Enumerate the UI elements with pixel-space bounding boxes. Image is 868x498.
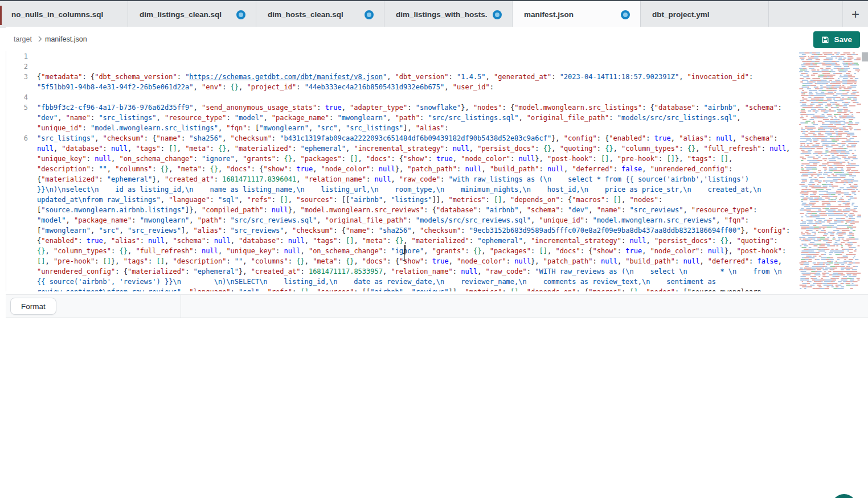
unsaved-changes-dot-icon (236, 10, 245, 19)
code-line-row: 3 {"metadata": {"dbt_schema_version": "h… (6, 72, 792, 92)
line-number: 2 (6, 61, 28, 72)
code-line[interactable] (28, 92, 792, 102)
tab-dim-listings-clean[interactable]: dim_listings_clean.sql (128, 1, 256, 28)
format-button[interactable]: Format (10, 298, 56, 315)
unsaved-changes-dot-icon (365, 10, 374, 19)
code-lines: 1 2 3 {"metadata": {"dbt_schema_version"… (6, 51, 868, 291)
code-line[interactable]: "fbb9f3c2-cf96-4a17-b736-976a62d35ff9", … (28, 102, 792, 133)
line-number: 5 (6, 102, 28, 113)
tab-dim-hosts-clean[interactable]: dim_hosts_clean.sql (256, 1, 384, 28)
minimap[interactable] (797, 51, 861, 290)
line-number: 1 (6, 51, 28, 61)
line-number: 4 (6, 92, 28, 102)
plus-icon: + (851, 7, 859, 21)
code-line-row: 1 (6, 51, 792, 61)
unsaved-changes-dot-icon (493, 10, 502, 19)
footer-divider (181, 295, 181, 318)
tab-dbt-project-yml[interactable]: dbt_project.yml (641, 1, 769, 28)
breadcrumb-file: manifest.json (45, 35, 87, 43)
tab-label: dim_listings_with_hosts.sql (396, 10, 487, 19)
save-label: Save (834, 35, 852, 44)
window-edge-accent (0, 6, 2, 25)
tab-dim-listings-with-hosts[interactable]: dim_listings_with_hosts.sql (384, 1, 513, 28)
scrollbar-thumb[interactable] (862, 52, 868, 61)
save-icon (821, 36, 829, 44)
code-line[interactable] (28, 61, 792, 72)
code-line-row: 5 "fbb9f3c2-cf96-4a17-b736-976a62d35ff9"… (6, 102, 792, 133)
editor-footer: Format (6, 294, 868, 318)
tab-manifest-json[interactable]: manifest.json (513, 1, 641, 28)
unsaved-changes-dot-icon (621, 10, 630, 19)
new-tab-button[interactable]: + (843, 1, 868, 28)
chevron-right-icon (38, 36, 43, 42)
code-line-row: 2 (6, 61, 792, 72)
ide-window: no_nulls_in_columns.sql dim_listings_cle… (0, 0, 868, 498)
code-line[interactable]: "src_listings", "checksum": {"name": "sh… (28, 133, 792, 291)
tab-bar: no_nulls_in_columns.sql dim_listings_cle… (0, 0, 868, 28)
breadcrumb-folder: target (14, 35, 32, 43)
tab-no-nulls-in-columns[interactable]: no_nulls_in_columns.sql (0, 1, 128, 28)
code-line[interactable] (28, 51, 792, 61)
line-number: 3 (6, 72, 28, 82)
code-editor[interactable]: 1 2 3 {"metadata": {"dbt_schema_version"… (6, 51, 868, 291)
tab-label: dim_listings_clean.sql (140, 10, 222, 19)
code-line[interactable]: {"metadata": {"dbt_schema_version": "htt… (28, 72, 792, 92)
code-line-row: 6 "src_listings", "checksum": {"name": "… (6, 133, 792, 291)
tab-bar-filler (769, 1, 843, 28)
help-chat-bubble[interactable] (832, 494, 857, 498)
code-line-row: 4 (6, 92, 792, 102)
line-number: 6 (6, 133, 28, 143)
tab-label: manifest.json (524, 10, 574, 19)
breadcrumb: target manifest.json (14, 35, 87, 43)
tab-label: dim_hosts_clean.sql (268, 10, 343, 19)
save-button[interactable]: Save (813, 31, 860, 48)
tab-label: dbt_project.yml (652, 10, 710, 19)
mouse-ibeam-cursor (402, 253, 407, 261)
tab-label: no_nulls_in_columns.sql (11, 10, 103, 19)
breadcrumb-bar: target manifest.json Save (6, 27, 868, 52)
